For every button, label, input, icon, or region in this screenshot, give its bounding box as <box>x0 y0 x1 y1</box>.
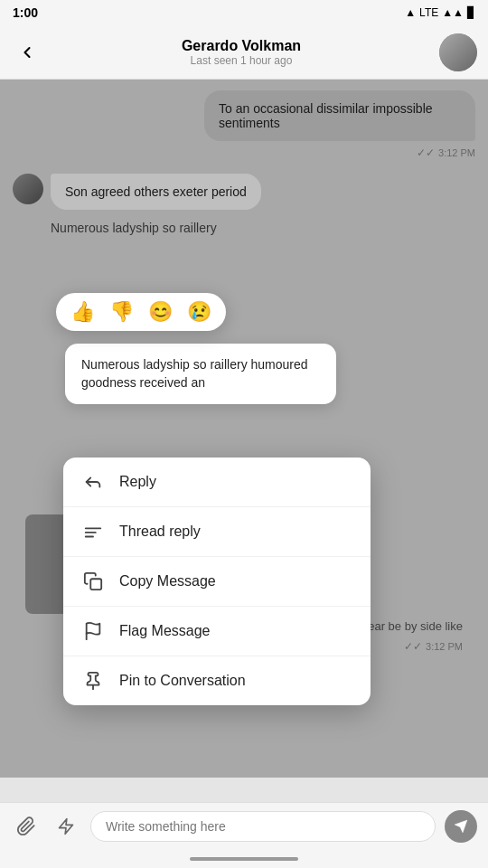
contact-avatar[interactable] <box>439 33 477 71</box>
send-button[interactable] <box>445 810 477 843</box>
context-reply[interactable]: Reply <box>63 458 371 507</box>
svg-rect-3 <box>90 579 101 590</box>
pin-icon <box>81 669 105 693</box>
status-icons: ▲ LTE ▲▲ ▊ <box>405 6 475 19</box>
contact-status: Last seen 1 hour ago <box>191 54 293 67</box>
home-bar <box>190 857 298 861</box>
lightning-button[interactable] <box>51 811 81 842</box>
context-pin-conversation[interactable]: Pin to Conversation <box>63 656 371 705</box>
reply-icon <box>81 470 105 494</box>
reply-label: Reply <box>119 474 156 490</box>
context-copy-message[interactable]: Copy Message <box>63 557 371 607</box>
bottom-bar <box>0 802 488 868</box>
smile-reaction[interactable]: 😊 <box>148 300 173 324</box>
back-button[interactable] <box>11 36 43 69</box>
contact-name: Gerardo Volkman <box>182 38 301 54</box>
copy-icon <box>81 570 105 593</box>
input-row <box>0 803 488 850</box>
copy-message-label: Copy Message <box>119 573 216 590</box>
chat-area: To an occasional dissimilar impossible s… <box>0 80 488 778</box>
battery-icon: ▊ <box>467 6 475 19</box>
context-flag-message[interactable]: Flag Message <box>63 607 371 656</box>
lte-label: LTE <box>419 6 438 19</box>
header: Gerardo Volkman Last seen 1 hour ago <box>0 25 488 80</box>
status-bar: 1:00 ▲ LTE ▲▲ ▊ <box>0 0 488 25</box>
thread-reply-label: Thread reply <box>119 524 201 540</box>
message-preview: Numerous ladyship so raillery humoured g… <box>65 344 336 404</box>
context-menu: Reply Thread reply Copy Message <box>63 458 371 705</box>
svg-marker-8 <box>455 820 466 832</box>
signal-icon: ▲ <box>405 6 416 19</box>
context-thread-reply[interactable]: Thread reply <box>63 507 371 557</box>
status-time: 1:00 <box>13 5 38 20</box>
attachment-button[interactable] <box>11 811 42 842</box>
header-center: Gerardo Volkman Last seen 1 hour ago <box>43 38 439 67</box>
sad-reaction[interactable]: 😢 <box>187 300 211 324</box>
reaction-popup: 👍 👎 😊 😢 <box>56 293 226 331</box>
home-indicator <box>0 850 488 868</box>
thumbs-up-reaction[interactable]: 👍 <box>70 300 95 324</box>
pin-conversation-label: Pin to Conversation <box>119 673 246 689</box>
message-input[interactable] <box>90 811 436 842</box>
wifi-icon: ▲▲ <box>442 6 464 19</box>
preview-text: Numerous ladyship so raillery humoured g… <box>81 357 308 390</box>
svg-marker-6 <box>60 819 73 835</box>
flag-icon <box>81 619 105 643</box>
thread-icon <box>81 520 105 543</box>
thumbs-down-reaction[interactable]: 👎 <box>109 300 134 324</box>
flag-message-label: Flag Message <box>119 623 211 639</box>
